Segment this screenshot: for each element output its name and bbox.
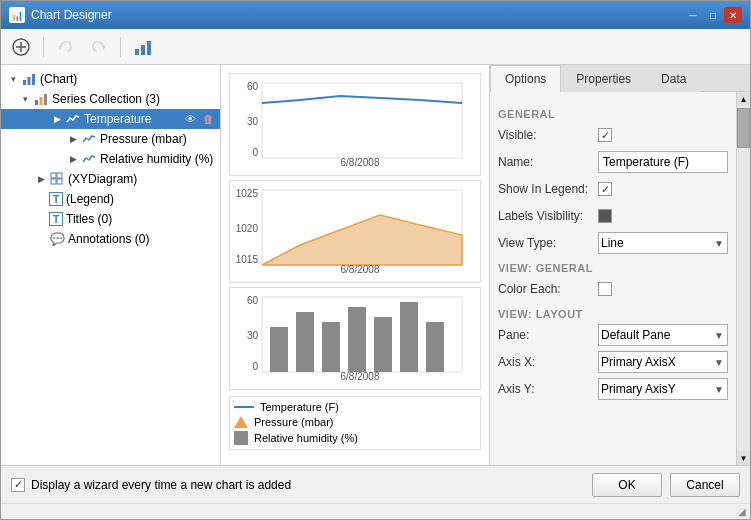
xydiagram-icon: [49, 171, 65, 187]
chart-icon: [21, 71, 37, 87]
visible-row: Visible:: [498, 124, 728, 146]
svg-rect-39: [426, 322, 444, 372]
svg-rect-36: [348, 307, 366, 372]
ok-button[interactable]: OK: [592, 473, 662, 497]
axis-x-row: Axis X: Primary AxisX ▼: [498, 351, 728, 373]
svg-rect-14: [51, 173, 56, 178]
minimize-button[interactable]: ─: [684, 7, 702, 23]
svg-marker-4: [103, 44, 106, 50]
color-each-row: Color Each:: [498, 278, 728, 300]
tree-item-xydiagram[interactable]: ▶ (XYDiagram): [1, 169, 220, 189]
tab-options[interactable]: Options: [490, 65, 561, 92]
tab-properties[interactable]: Properties: [561, 65, 646, 92]
temperature-delete-button[interactable]: 🗑: [200, 111, 216, 127]
series-collection-icon: [33, 91, 49, 107]
svg-rect-34: [296, 312, 314, 372]
color-each-checkbox[interactable]: [598, 282, 612, 296]
tree-item-humidity[interactable]: ▶ Relative humidity (%): [1, 149, 220, 169]
tab-data[interactable]: Data: [646, 65, 701, 92]
svg-text:1025: 1025: [236, 188, 259, 199]
legend-label-temperature: Temperature (F): [260, 401, 339, 413]
toolbar-separator-2: [120, 37, 121, 57]
svg-rect-35: [322, 322, 340, 372]
tree-label-xydiagram: (XYDiagram): [68, 172, 216, 186]
scroll-down-button[interactable]: ▼: [737, 451, 750, 465]
cancel-button[interactable]: Cancel: [670, 473, 740, 497]
line-chart-svg: 60 30 0 6/8/2008: [234, 78, 476, 168]
scroll-up-button[interactable]: ▲: [737, 92, 750, 106]
tree-item-series-collection[interactable]: ▾ Series Collection (3): [1, 89, 220, 109]
name-value: [598, 151, 728, 173]
expander-series-collection[interactable]: ▾: [17, 91, 33, 107]
bottom-bar: Display a wizard every time a new chart …: [1, 465, 750, 503]
pane-select[interactable]: Default Pane: [598, 324, 728, 346]
legend-item-humidity: Relative humidity (%): [234, 431, 476, 445]
redo-button[interactable]: [84, 33, 112, 61]
svg-rect-5: [135, 49, 139, 55]
tree-item-legend[interactable]: ▶ T (Legend): [1, 189, 220, 209]
labels-visibility-value: [598, 209, 728, 223]
svg-rect-9: [28, 77, 31, 85]
view-general-section-header: VIEW: GENERAL: [498, 262, 728, 274]
maximize-button[interactable]: □: [704, 7, 722, 23]
tree-item-pressure[interactable]: ▶ Pressure (mbar): [1, 129, 220, 149]
legend-item-temperature: Temperature (F): [234, 401, 476, 413]
undo-button[interactable]: [52, 33, 80, 61]
svg-text:60: 60: [247, 81, 259, 92]
temperature-eye-button[interactable]: 👁: [182, 111, 198, 127]
show-in-legend-row: Show In Legend:: [498, 178, 728, 200]
properties-panel: Options Properties Data GENERAL Visible:: [490, 65, 750, 465]
undo-icon: [58, 39, 74, 55]
expander-temperature[interactable]: ▶: [49, 111, 65, 127]
window-title: Chart Designer: [31, 8, 684, 22]
tree-item-annotations[interactable]: ▶ 💬 Annotations (0): [1, 229, 220, 249]
close-button[interactable]: ✕: [724, 7, 742, 23]
svg-rect-7: [147, 41, 151, 55]
add-icon: [12, 38, 30, 56]
legend-icon: T: [49, 192, 63, 206]
svg-rect-13: [44, 94, 47, 105]
tree-item-temperature[interactable]: ▶ Temperature 👁 🗑: [1, 109, 220, 129]
view-type-select[interactable]: Line Bar Area Point: [598, 232, 728, 254]
redo-icon: [90, 39, 106, 55]
show-in-legend-checkbox[interactable]: [598, 182, 612, 196]
expander-humidity[interactable]: ▶: [65, 151, 81, 167]
expander-xydiagram[interactable]: ▶: [33, 171, 49, 187]
tree-item-titles[interactable]: ▶ T Titles (0): [1, 209, 220, 229]
show-in-legend-value: [598, 182, 728, 196]
scroll-thumb[interactable]: [737, 108, 750, 148]
tree-label-temperature: Temperature: [84, 112, 178, 126]
properties-scrollbar[interactable]: ▲ ▼: [736, 92, 750, 465]
tree-item-chart[interactable]: ▾ (Chart): [1, 69, 220, 89]
window-icon: 📊: [9, 7, 25, 23]
legend-square-humidity: [234, 431, 248, 445]
svg-rect-33: [270, 327, 288, 372]
tab-content-area: GENERAL Visible: Name: S: [490, 92, 750, 465]
add-button[interactable]: [7, 33, 35, 61]
expander-pressure[interactable]: ▶: [65, 131, 81, 147]
name-input[interactable]: [598, 151, 728, 173]
annotations-icon: 💬: [49, 231, 65, 247]
status-bar: ◢: [1, 503, 750, 519]
labels-visibility-checkbox[interactable]: [598, 209, 612, 223]
toolbar: [1, 29, 750, 65]
area-chart-preview: 1025 1020 1015 6/8/2008: [229, 180, 481, 283]
svg-rect-11: [35, 100, 38, 105]
svg-rect-16: [51, 179, 56, 184]
color-each-label: Color Each:: [498, 282, 598, 296]
svg-text:30: 30: [247, 330, 259, 341]
axis-y-select[interactable]: Primary AxisY: [598, 378, 728, 400]
svg-rect-10: [32, 74, 35, 85]
pane-select-wrapper: Default Pane ▼: [598, 324, 728, 346]
general-section-header: GENERAL: [498, 108, 728, 120]
wizard-checkbox[interactable]: [11, 478, 25, 492]
svg-rect-38: [400, 302, 418, 372]
expander-chart[interactable]: ▾: [5, 71, 21, 87]
name-row: Name:: [498, 151, 728, 173]
visible-checkbox[interactable]: [598, 128, 612, 142]
svg-rect-12: [40, 97, 43, 105]
svg-text:1020: 1020: [236, 223, 259, 234]
chart-wizard-button[interactable]: [129, 33, 157, 61]
view-layout-section-header: VIEW: LAYOUT: [498, 308, 728, 320]
axis-x-select[interactable]: Primary AxisX: [598, 351, 728, 373]
